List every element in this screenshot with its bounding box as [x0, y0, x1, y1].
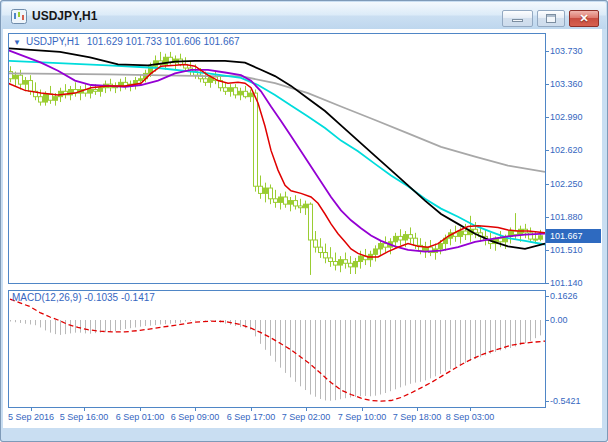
price-axis-label: 101.510 — [550, 245, 583, 255]
candle — [414, 238, 418, 245]
candle — [459, 231, 463, 236]
macd-signal-line — [10, 299, 545, 401]
candle — [39, 97, 43, 102]
candle — [274, 199, 278, 203]
price-axis-label: 102.250 — [550, 179, 583, 189]
macd-axis-tick — [546, 320, 549, 321]
chevron-down-icon[interactable]: ▼ — [13, 38, 21, 47]
macd-axis-label: 0.1626 — [550, 291, 578, 301]
candle — [204, 79, 208, 83]
close-icon: ✕ — [570, 12, 598, 25]
candle — [359, 256, 363, 261]
time-axis-tick — [195, 407, 196, 411]
candle — [139, 79, 143, 81]
candle — [264, 188, 268, 193]
time-axis-label: 6 Sep 17:00 — [227, 412, 276, 422]
candle — [14, 75, 18, 79]
time-axis-label: 5 Sep 2016 — [8, 412, 54, 422]
candle — [334, 261, 338, 265]
candle — [344, 260, 348, 264]
candle — [464, 231, 468, 235]
candle — [324, 253, 328, 258]
candle — [409, 235, 413, 239]
price-axis-label: 103.730 — [550, 46, 583, 56]
candle — [259, 186, 263, 193]
candle — [289, 201, 293, 205]
candle — [304, 204, 308, 208]
candle — [294, 201, 298, 206]
candle — [24, 81, 28, 85]
time-axis-tick — [470, 407, 471, 411]
price-axis-label: 102.620 — [550, 145, 583, 155]
candle — [534, 239, 538, 240]
candle — [329, 258, 333, 262]
price-axis-tick — [546, 84, 549, 85]
ma-fast-purple — [9, 50, 545, 252]
price-axis-label: 103.360 — [550, 79, 583, 89]
price-axis-tick — [546, 184, 549, 185]
candle — [244, 91, 248, 96]
time-axis-tick — [306, 407, 307, 411]
chart-window: USDJPY,H1 ✕ ▼USDJPY,H1101.629 101.733 10… — [0, 0, 608, 442]
candle — [339, 260, 343, 265]
candle — [519, 229, 523, 234]
chart-ohlc-values: 101.629 101.733 101.606 101.667 — [87, 36, 240, 47]
candlestick-chart[interactable] — [9, 34, 545, 283]
time-axis-tick — [31, 407, 32, 411]
close-button[interactable]: ✕ — [569, 10, 599, 27]
restore-icon — [546, 14, 556, 23]
time-axis-label: 7 Sep 10:00 — [338, 412, 387, 422]
price-axis-label: 102.990 — [550, 112, 583, 122]
candle — [394, 236, 398, 241]
price-axis-label: 101.140 — [550, 278, 583, 288]
candle — [19, 75, 23, 84]
macd-axis-tick — [546, 401, 549, 402]
candle — [349, 263, 353, 267]
current-price-tag: 101.667 — [546, 229, 601, 243]
candle — [379, 244, 383, 249]
current-price-value: 101.667 — [550, 231, 583, 241]
candle — [399, 236, 403, 240]
time-axis-tick — [362, 407, 363, 411]
title-bar[interactable]: USDJPY,H1 ✕ — [2, 2, 606, 29]
candle — [279, 197, 283, 202]
chart-app-icon — [11, 9, 27, 24]
time-axis-tick — [251, 407, 252, 411]
time-axis-tick — [140, 407, 141, 411]
candle — [314, 240, 318, 247]
candle — [29, 81, 33, 92]
time-axis-label: 6 Sep 01:00 — [116, 412, 165, 422]
candle — [284, 197, 288, 204]
candle — [404, 235, 408, 240]
window-title: USDJPY,H1 — [32, 9, 97, 23]
chart-header: ▼USDJPY,H1101.629 101.733 101.606 101.66… — [13, 36, 240, 47]
price-axis-label: 101.880 — [550, 212, 583, 222]
candle — [319, 247, 323, 252]
candle — [99, 88, 103, 92]
price-axis-tick — [546, 217, 549, 218]
candle — [229, 88, 233, 92]
candle — [374, 249, 378, 254]
candle — [89, 90, 93, 94]
minimize-button[interactable] — [502, 10, 533, 27]
macd-chart[interactable] — [9, 291, 545, 407]
macd-axis-label: -0.5421 — [550, 396, 581, 406]
price-axis-tick — [546, 250, 549, 251]
ma-medium-black — [9, 48, 545, 249]
macd-header: MACD(12,26,9) -0.1035 -0.1417 — [12, 292, 155, 303]
price-axis-tick — [546, 117, 549, 118]
candle — [54, 97, 58, 101]
candle — [309, 204, 313, 240]
candle — [299, 206, 303, 208]
macd-axis-label: 0.00 — [550, 315, 568, 325]
candle — [224, 88, 228, 92]
candle — [269, 188, 273, 199]
minimize-icon — [512, 19, 523, 22]
time-axis-label: 6 Sep 09:00 — [171, 412, 220, 422]
candle — [439, 244, 443, 249]
time-axis-tick — [84, 407, 85, 411]
chart-symbol-label: USDJPY,H1 — [26, 36, 80, 47]
price-axis-tick — [546, 283, 549, 284]
candle — [539, 236, 543, 239]
restore-button[interactable] — [537, 10, 565, 27]
